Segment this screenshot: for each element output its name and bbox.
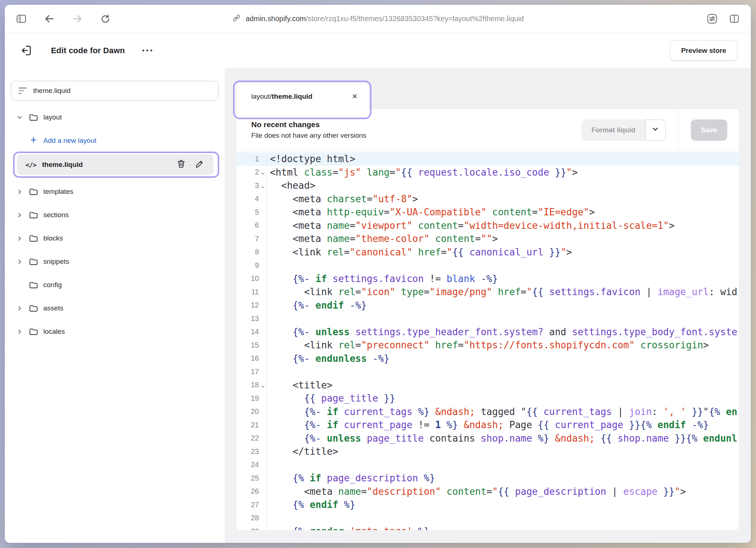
fold-chevron-icon[interactable] — [259, 182, 267, 189]
line-number[interactable]: 2 — [237, 166, 267, 179]
sidebar-folder-locales[interactable]: locales — [11, 320, 218, 343]
code-line-22[interactable]: 22 {%- unless page_title contains shop.n… — [237, 432, 739, 445]
code-line-text[interactable]: {%- unless settings.type_header_font.sys… — [267, 326, 737, 337]
line-number[interactable]: 1 — [237, 152, 267, 166]
chevron-right-icon[interactable] — [17, 212, 23, 218]
code-line-text[interactable]: <!doctype html> — [267, 153, 355, 164]
code-line-1[interactable]: 1<!doctype html> — [237, 152, 739, 166]
code-line-text[interactable]: <meta name="description" content="{{ pag… — [267, 486, 686, 497]
line-number[interactable]: 22 — [237, 432, 267, 445]
code-line-7[interactable]: 7 <meta name="theme-color" content=""> — [237, 232, 739, 246]
line-number[interactable]: 23 — [237, 445, 267, 458]
delete-file-icon[interactable] — [176, 159, 186, 171]
code-line-17[interactable]: 17 — [237, 365, 739, 379]
code-line-text[interactable]: {{ page_title }} — [267, 393, 395, 404]
code-line-text[interactable]: {%- if current_tags %} &ndash; tagged "{… — [267, 406, 737, 417]
code-line-24[interactable]: 24 — [237, 458, 739, 472]
line-number[interactable]: 29 — [237, 525, 267, 530]
code-line-28[interactable]: 28 — [237, 512, 739, 525]
code-line-text[interactable]: <link rel="preconnect" href="https://fon… — [267, 340, 709, 351]
fold-chevron-icon[interactable] — [259, 168, 267, 176]
code-line-18[interactable]: 18 <title> — [237, 379, 739, 392]
code-line-21[interactable]: 21 {%- if current_page != 1 %} &ndash; P… — [237, 418, 739, 432]
line-number[interactable]: 19 — [237, 392, 267, 405]
fold-chevron-icon[interactable] — [259, 381, 267, 389]
code-line-text[interactable]: </title> — [267, 446, 338, 457]
line-number[interactable]: 14 — [237, 325, 267, 339]
line-number[interactable]: 12 — [237, 299, 267, 312]
code-line-6[interactable]: 6 <meta name="viewport" content="width=d… — [237, 219, 739, 232]
line-number[interactable]: 9 — [237, 259, 267, 272]
sidebar-folder-sections[interactable]: sections — [11, 203, 218, 227]
format-liquid-button[interactable]: Format liquid — [582, 120, 645, 141]
line-number[interactable]: 16 — [237, 352, 267, 365]
code-line-5[interactable]: 5 <meta http-equiv="X-UA-Compatible" con… — [237, 206, 739, 219]
code-line-text[interactable]: {%- if settings.favicon != blank -%} — [267, 273, 498, 284]
format-options-caret[interactable] — [645, 120, 666, 141]
code-line-25[interactable]: 25 {% if page_description %} — [237, 471, 739, 485]
reload-icon[interactable] — [100, 13, 110, 24]
preview-store-button[interactable]: Preview store — [670, 40, 737, 61]
line-number[interactable]: 20 — [237, 405, 267, 419]
sidebar-toggle-icon[interactable] — [16, 13, 27, 24]
line-number[interactable]: 13 — [237, 312, 267, 325]
line-number[interactable]: 7 — [237, 232, 267, 246]
line-number[interactable]: 24 — [237, 458, 267, 472]
code-line-14[interactable]: 14 {%- unless settings.type_header_font.… — [237, 325, 739, 339]
sidebar-folder-layout[interactable]: layout — [11, 106, 218, 129]
code-line-text[interactable]: <html class="js" lang="{{ request.locale… — [267, 167, 578, 178]
address-bar[interactable]: admin.shopify.com/store/rzq1xu-f5/themes… — [232, 13, 524, 24]
code-line-text[interactable]: <meta charset="utf-8"> — [267, 193, 418, 204]
tab-theme-liquid[interactable]: layout/theme.liquid ✕ — [237, 83, 369, 110]
code-line-8[interactable]: 8 <link rel="canonical" href="{{ canonic… — [237, 246, 739, 259]
code-line-26[interactable]: 26 <meta name="description" content="{{ … — [237, 485, 739, 498]
code-line-16[interactable]: 16 {%- endunless -%} — [237, 352, 739, 365]
code-line-11[interactable]: 11 <link rel="icon" type="image/png" hre… — [237, 285, 739, 299]
code-line-text[interactable]: {%- endif -%} — [267, 300, 367, 311]
code-line-27[interactable]: 27 {% endif %} — [237, 498, 739, 512]
line-number[interactable]: 6 — [237, 219, 267, 232]
code-line-text[interactable]: <link rel="icon" type="image/png" href="… — [267, 286, 737, 297]
code-line-10[interactable]: 10 {%- if settings.favicon != blank -%} — [237, 272, 739, 286]
code-line-text[interactable]: <meta name="theme-color" content=""> — [267, 233, 498, 244]
sidebar-folder-blocks[interactable]: blocks — [11, 227, 218, 250]
chevron-right-icon[interactable] — [17, 189, 23, 195]
code-line-text[interactable]: {%- if current_page != 1 %} &ndash; Page… — [267, 419, 709, 430]
rename-file-icon[interactable] — [195, 159, 205, 171]
sidebar-folder-config[interactable]: config — [11, 273, 218, 297]
code-line-12[interactable]: 12 {%- endif -%} — [237, 299, 739, 312]
line-number[interactable]: 18 — [237, 379, 267, 392]
code-line-9[interactable]: 9 — [237, 259, 739, 272]
line-number[interactable]: 4 — [237, 192, 267, 206]
line-number[interactable]: 8 — [237, 246, 267, 259]
line-number[interactable]: 26 — [237, 485, 267, 498]
code-line-text[interactable]: {% if page_description %} — [267, 473, 435, 484]
code-line-13[interactable]: 13 — [237, 312, 739, 325]
code-line-text[interactable]: {%- unless page_title contains shop.name… — [267, 433, 737, 444]
save-button[interactable]: Save — [691, 120, 727, 141]
line-number[interactable]: 15 — [237, 338, 267, 352]
line-number[interactable]: 11 — [237, 285, 267, 299]
code-line-15[interactable]: 15 <link rel="preconnect" href="https://… — [237, 338, 739, 352]
code-line-23[interactable]: 23 </title> — [237, 445, 739, 458]
code-line-19[interactable]: 19 {{ page_title }} — [237, 392, 739, 405]
exit-editor-icon[interactable] — [20, 44, 32, 56]
back-icon[interactable] — [44, 13, 55, 24]
add-layout-button[interactable]: +Add a new layout — [11, 129, 218, 152]
line-number[interactable]: 28 — [237, 512, 267, 525]
code-line-4[interactable]: 4 <meta charset="utf-8"> — [237, 192, 739, 206]
line-number[interactable]: 17 — [237, 365, 267, 379]
chevron-right-icon[interactable] — [17, 235, 23, 242]
line-number[interactable]: 3 — [237, 179, 267, 192]
line-number[interactable]: 25 — [237, 471, 267, 485]
file-search-input[interactable]: theme.liquid — [11, 81, 218, 101]
code-line-text[interactable]: <link rel="canonical" href="{{ canonical… — [267, 247, 572, 258]
code-line-text[interactable]: <head> — [267, 180, 315, 191]
code-editor[interactable]: 1<!doctype html>2<html class="js" lang="… — [237, 150, 739, 530]
code-line-text[interactable]: {% endif %} — [267, 499, 355, 510]
chevron-right-icon[interactable] — [17, 259, 23, 265]
code-line-20[interactable]: 20 {%- if current_tags %} &ndash; tagged… — [237, 405, 739, 419]
code-line-text[interactable]: {% render 'meta-tags' %} — [267, 526, 429, 530]
code-line-text[interactable]: {%- endunless -%} — [267, 353, 390, 364]
code-line-text[interactable]: <meta name="viewport" content="width=dev… — [267, 220, 674, 231]
